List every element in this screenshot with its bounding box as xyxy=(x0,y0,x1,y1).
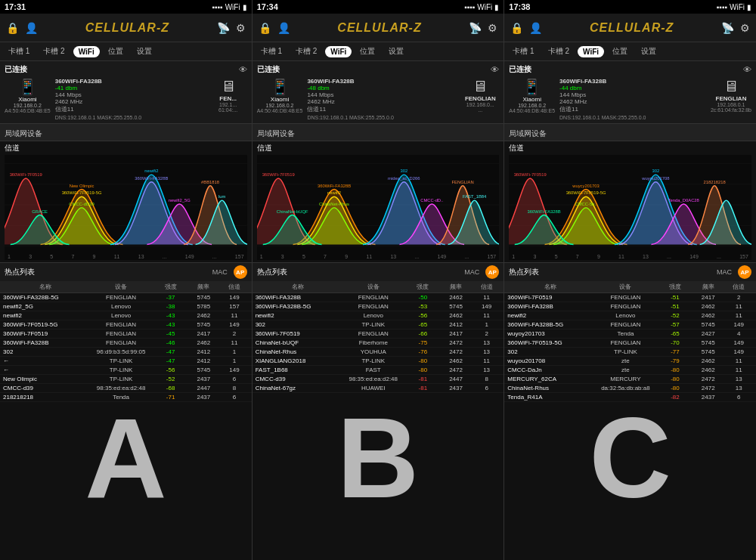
cell-freq: 2462 xyxy=(692,357,725,364)
signal-icon[interactable]: 📡 xyxy=(217,22,230,34)
table-row[interactable]: 218218218Tenda-7124376 xyxy=(0,393,252,402)
cell-signal: -80 xyxy=(658,376,692,382)
svg-text:#BB1818: #BB1818 xyxy=(201,180,219,184)
table-row[interactable]: 360WiFi-FA328BFENGLIAN-46246211 xyxy=(0,339,252,348)
table-row[interactable]: Tenda_R41A-8224376 xyxy=(504,393,756,402)
table-row[interactable]: 360WiFi-FA328B-5GFENGLIAN-575745149 xyxy=(504,320,756,330)
table-row[interactable]: ←TP-LINK-565745149 xyxy=(0,366,252,375)
table-row[interactable]: 302TP-LINK-775745149 xyxy=(504,348,756,357)
tab-卡槽 1[interactable]: 卡槽 1 xyxy=(256,45,287,58)
person-icon[interactable]: 👤 xyxy=(529,22,542,34)
eye-icon[interactable]: 👁 xyxy=(491,65,499,74)
cell-signal: -43 xyxy=(154,321,187,328)
table-row[interactable]: CMCC-d3998:35:ed:ea:d2:48-6824478 xyxy=(0,384,252,393)
table-row[interactable]: 302TP-LINK-6524121 xyxy=(253,320,504,330)
table-row[interactable]: CMCC-d3998:35:ed:ea:d2:48-8124478 xyxy=(253,375,504,384)
cell-channel: 8 xyxy=(220,385,248,391)
tab-位置[interactable]: 位置 xyxy=(355,45,380,58)
cell-name: ChinaNet-bUQF xyxy=(256,339,340,346)
settings-icon[interactable]: ⚙ xyxy=(488,22,497,34)
table-row[interactable]: ChinaNet-Rhusda:32:5a:db:ab:a8-80247213 xyxy=(504,384,756,393)
table-row[interactable]: wuyoy201703Tenda-6524274 xyxy=(504,330,756,339)
eye-icon[interactable]: 👁 xyxy=(743,65,751,74)
router-ip: 192.1... xyxy=(219,102,237,107)
table-row[interactable]: 360WiFi-7F0519FENGLIAN-6624172 xyxy=(253,330,504,339)
table-row[interactable]: 360WiFi-FA328BFENGLIAN-50246211 xyxy=(253,293,504,302)
table-row[interactable]: newifi2Lenovo-52246211 xyxy=(504,311,756,320)
tab-卡槽 1[interactable]: 卡槽 1 xyxy=(3,45,35,58)
table-row[interactable]: 30296:d9:b3:5d:99:05-4724121 xyxy=(0,348,252,357)
tab-卡槽 2[interactable]: 卡槽 2 xyxy=(290,45,322,58)
signal-icon[interactable]: 📡 xyxy=(469,22,482,34)
axis-label: 9 xyxy=(345,254,348,259)
cell-signal: -57 xyxy=(658,321,692,328)
tab-卡槽 2[interactable]: 卡槽 2 xyxy=(38,45,70,58)
cell-channel: 8 xyxy=(472,376,500,382)
table-row[interactable]: 360WiFi-FA328B-5GFENGLIAN-535745149 xyxy=(253,302,504,311)
cell-device: FAST xyxy=(340,367,406,373)
table-row[interactable]: newifi2_5GLenovo-385785157 xyxy=(0,302,252,311)
cell-channel: 2 xyxy=(472,330,500,337)
cell-name: 360WiFi-FA328B xyxy=(3,339,88,346)
table-row[interactable]: wuyou201708zte-79246211 xyxy=(504,357,756,366)
table-row[interactable]: CMCC-DaJnzte-80246211 xyxy=(504,366,756,375)
table-row[interactable]: newifi2Lenovo-43246211 xyxy=(0,311,252,320)
connected-section: 已连接 👁 📱 Xiaomi 192.168.0.2 A4:50:46:DB:4… xyxy=(0,61,252,124)
lock-icon[interactable]: 🔒 xyxy=(6,22,19,34)
tab-WiFi[interactable]: WiFi xyxy=(578,46,604,57)
table-row[interactable]: MERCURY_62CAMERCURY-80247213 xyxy=(504,375,756,384)
table-row[interactable]: FAST_1B68FAST-80247213 xyxy=(253,366,504,375)
eye-icon[interactable]: 👁 xyxy=(239,65,247,74)
tab-设置[interactable]: 设置 xyxy=(636,45,662,58)
cell-name: MERCURY_62CA xyxy=(507,376,592,382)
cell-name: wuyou201708 xyxy=(507,357,592,364)
lock-icon[interactable]: 🔒 xyxy=(259,22,271,34)
cell-signal: -80 xyxy=(658,385,692,391)
axis-label: 7 xyxy=(71,254,74,259)
hotspot-title: 热点列表 xyxy=(509,267,717,277)
settings-icon[interactable]: ⚙ xyxy=(740,22,750,34)
cell-device: TP-LINK xyxy=(88,357,153,364)
table-row[interactable]: newifi2Lenovo-56246211 xyxy=(253,311,504,320)
table-row[interactable]: ChinaNet-67gzHUAWEI-8124376 xyxy=(253,384,504,393)
table-row[interactable]: XIANGLIANG2018TP-LINK-80246211 xyxy=(253,357,504,366)
tab-卡槽 1[interactable]: 卡槽 1 xyxy=(507,45,539,58)
cell-name: CMCC-d39 xyxy=(3,385,88,391)
cell-channel: 149 xyxy=(472,303,500,310)
table-row[interactable]: 360WiFi-7F0519-5GFENGLIAN-435745149 xyxy=(0,320,252,330)
person-icon[interactable]: 👤 xyxy=(25,22,38,34)
title-right-icons: 📡 ⚙ xyxy=(721,22,750,34)
svg-text:newifi2_5G: newifi2_5G xyxy=(169,198,191,203)
tab-WiFi[interactable]: WiFi xyxy=(73,46,100,57)
table-row[interactable]: 360WiFi-7F0519-5GFENGLIAN-705745149 xyxy=(504,339,756,348)
tab-位置[interactable]: 位置 xyxy=(607,45,633,58)
router-name: FENGLIAN xyxy=(716,95,747,102)
settings-icon[interactable]: ⚙ xyxy=(236,22,246,34)
signal-icon[interactable]: 📡 xyxy=(721,22,734,34)
table-row[interactable]: New OlimpicTP-LINK-5224376 xyxy=(0,375,252,384)
table-row[interactable]: ChinaNet-bUQFFiberhome-75247213 xyxy=(253,339,504,348)
table-row[interactable]: ChinaNet-RhusYOUHUA-76247213 xyxy=(253,348,504,357)
person-icon[interactable]: 👤 xyxy=(277,22,290,34)
table-row[interactable]: 360WiFi-7F0519FENGLIAN-5124172 xyxy=(504,293,756,302)
router-info: 🖥 FENGLIAN 192.168.0.1 2c:61:04:fa:32:8b xyxy=(711,78,751,113)
cell-device: FENGLIAN xyxy=(340,303,406,310)
table-row[interactable]: ←TP-LINK-4724121 xyxy=(0,357,252,366)
tab-设置[interactable]: 设置 xyxy=(132,45,157,58)
table-row[interactable]: 360WiFi-7F0519FENGLIAN-4524172 xyxy=(0,330,252,339)
svg-text:New Olimpic: New Olimpic xyxy=(70,184,94,188)
cell-device: FENGLIAN xyxy=(88,330,153,337)
tab-卡槽 2[interactable]: 卡槽 2 xyxy=(543,45,575,58)
tab-设置[interactable]: 设置 xyxy=(383,45,409,58)
cell-device: FENGLIAN xyxy=(88,339,153,346)
cell-signal: -43 xyxy=(154,312,187,319)
col-header: 频率 xyxy=(692,283,725,291)
wifi-freq: 2462 MHz xyxy=(55,98,205,105)
hotspot-section: 热点列表 MAC AP 名称设备强度频率信道360WiFi-FA328BFENG… xyxy=(253,262,504,560)
table-row[interactable]: 360WiFi-FA328BFENGLIAN-51246211 xyxy=(504,302,756,311)
tab-WiFi[interactable]: WiFi xyxy=(325,46,352,57)
table-row[interactable]: 360WiFi-FA328B-5GFENGLIAN-375745149 xyxy=(0,293,252,302)
lock-icon[interactable]: 🔒 xyxy=(510,22,523,34)
axis-label: 3 xyxy=(29,254,32,259)
tab-位置[interactable]: 位置 xyxy=(103,45,129,58)
